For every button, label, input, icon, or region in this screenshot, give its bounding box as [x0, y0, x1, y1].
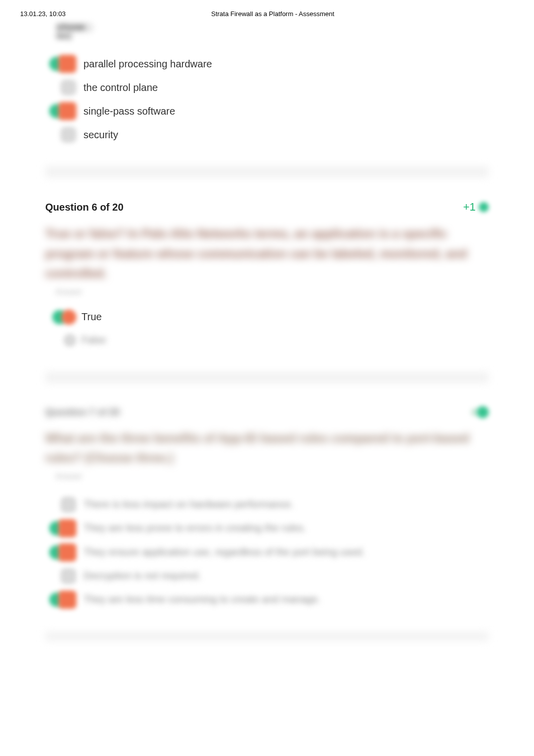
- question-separator: [45, 372, 489, 383]
- q7-block: Question 7 of 20 What are the three bene…: [45, 406, 489, 612]
- q6-prompt: True or false? In Palo Alto Networks ter…: [45, 224, 489, 284]
- unselected-icon: [60, 79, 76, 96]
- q6-block: Question 6 of 20 +1 True or false? In Pa…: [45, 201, 489, 352]
- selected-icon: [58, 55, 76, 73]
- q6-option-true[interactable]: True: [45, 306, 489, 329]
- option-marker: [45, 55, 76, 73]
- q7-hint: Answer: [55, 472, 91, 481]
- q7-option-5[interactable]: They are less time consuming to create a…: [45, 588, 489, 612]
- q5-option-4[interactable]: security: [45, 123, 489, 146]
- option-marker: [45, 543, 76, 561]
- option-label: Decryption is not required.: [83, 570, 201, 582]
- option-label: True: [81, 311, 102, 323]
- q6-options: True False: [45, 306, 489, 352]
- option-marker: [45, 497, 76, 513]
- page-header: 13.01.23, 10:03 Strata Firewall as a Pla…: [0, 0, 534, 23]
- q7-option-4[interactable]: Decryption is not required.: [45, 564, 489, 588]
- selected-icon: [58, 102, 76, 120]
- option-marker: [45, 334, 76, 347]
- q7-header: Question 7 of 20: [45, 406, 489, 418]
- q7-score: [471, 406, 489, 418]
- unselected-icon: [60, 127, 76, 143]
- q5-option-2[interactable]: the control plane: [45, 76, 489, 99]
- score-dot-icon: [477, 406, 489, 418]
- option-marker: [45, 79, 76, 96]
- q5-option-3[interactable]: single-pass software: [45, 99, 489, 123]
- option-label: False: [81, 334, 106, 346]
- option-label: They ensure application use, regardless …: [83, 546, 365, 558]
- q7-option-1[interactable]: There is less impact on hardware perform…: [45, 493, 489, 516]
- content-area: (choose two) parallel processing hardwar…: [0, 23, 534, 641]
- q7-title: Question 7 of 20: [45, 407, 120, 418]
- option-marker: [45, 127, 76, 143]
- selected-icon: [58, 591, 76, 609]
- q7-option-3[interactable]: They ensure application use, regardless …: [45, 540, 489, 564]
- selected-icon: [58, 543, 76, 561]
- score-value: +1: [463, 201, 476, 214]
- q6-score: +1: [463, 201, 489, 214]
- option-label: They are less prone to errors in creatin…: [83, 522, 306, 534]
- score-dot-icon: [479, 202, 489, 212]
- q7-option-2[interactable]: They are less prone to errors in creatin…: [45, 516, 489, 540]
- q6-title: Question 6 of 20: [45, 202, 124, 213]
- q5-options: parallel processing hardware the control…: [45, 52, 489, 146]
- q7-prompt: What are the three benefits of App-ID ba…: [45, 428, 489, 468]
- option-label: They are less time consuming to create a…: [83, 594, 320, 605]
- header-title: Strata Firewall as a Platform - Assessme…: [211, 10, 514, 18]
- q5-block: (choose two) parallel processing hardwar…: [45, 23, 489, 146]
- header-datetime: 13.01.23, 10:03: [20, 10, 211, 18]
- q5-option-1[interactable]: parallel processing hardware: [45, 52, 489, 76]
- option-marker: [45, 102, 76, 120]
- option-marker: [45, 310, 76, 325]
- q6-option-false[interactable]: False: [45, 329, 489, 352]
- unselected-icon: [60, 568, 76, 584]
- option-marker: [45, 568, 76, 584]
- q7-options: There is less impact on hardware perform…: [45, 493, 489, 612]
- q6-header: Question 6 of 20 +1: [45, 201, 489, 214]
- option-label: the control plane: [83, 82, 158, 93]
- option-label: single-pass software: [83, 106, 175, 117]
- option-label: parallel processing hardware: [83, 58, 212, 70]
- question-separator: [45, 166, 489, 177]
- unselected-icon: [63, 334, 76, 347]
- selected-icon: [58, 519, 76, 537]
- option-label: security: [83, 129, 118, 141]
- selected-icon: [61, 310, 76, 325]
- unselected-icon: [60, 497, 76, 513]
- option-marker: [45, 591, 76, 609]
- question-separator: [45, 632, 489, 641]
- option-marker: [45, 519, 76, 537]
- q6-hint: Answer: [55, 288, 91, 297]
- option-label: There is less impact on hardware perform…: [83, 499, 294, 510]
- q5-hint: (choose two): [56, 23, 94, 33]
